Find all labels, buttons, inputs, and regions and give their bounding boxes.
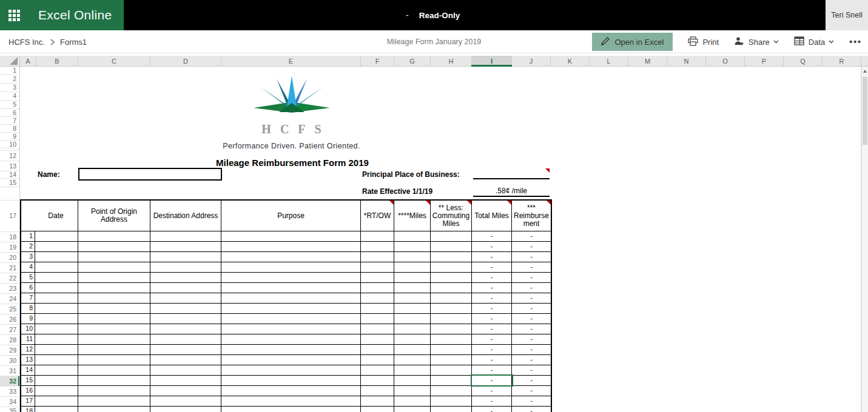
row-number-cell[interactable]: 7 [21, 293, 35, 303]
entry-cell[interactable] [431, 314, 472, 324]
column-header-C[interactable]: C [78, 56, 150, 66]
entry-cell[interactable] [394, 345, 431, 354]
entry-cell[interactable] [361, 304, 394, 313]
row-header-26[interactable]: 26 [0, 314, 19, 325]
reimbursement-cell[interactable]: - [512, 355, 551, 365]
entry-cell[interactable] [431, 273, 472, 282]
total-miles-cell[interactable]: - [472, 283, 512, 293]
column-header-M[interactable]: M [628, 56, 667, 66]
entry-cell[interactable] [431, 262, 472, 272]
entry-cell[interactable] [361, 252, 394, 262]
entry-cell[interactable] [150, 365, 221, 375]
row-header-33[interactable]: 33 [0, 387, 19, 397]
entry-cell[interactable] [78, 334, 150, 344]
row-header-23[interactable]: 23 [0, 284, 19, 294]
column-header-G[interactable]: G [394, 56, 431, 66]
total-miles-cell[interactable]: - [472, 273, 512, 282]
open-in-excel-button[interactable]: Open in Excel [592, 33, 673, 51]
reimbursement-cell[interactable]: - [512, 262, 551, 272]
total-miles-cell[interactable]: - [472, 386, 512, 396]
entry-cell[interactable] [35, 365, 78, 375]
scrollbar-thumb[interactable] [863, 77, 867, 145]
entry-cell[interactable] [394, 231, 431, 241]
total-miles-cell[interactable]: - [472, 314, 512, 324]
print-button[interactable]: Print [688, 36, 719, 48]
entry-cell[interactable] [361, 262, 394, 272]
entry-cell[interactable] [150, 231, 221, 241]
row-number-cell[interactable]: 8 [21, 304, 35, 313]
entry-cell[interactable] [35, 293, 78, 303]
column-header-P[interactable]: P [745, 56, 784, 66]
entry-cell[interactable] [361, 231, 394, 241]
entry-cell[interactable] [78, 386, 150, 396]
entry-cell[interactable] [78, 365, 150, 375]
more-commands-button[interactable]: ••• [849, 37, 862, 47]
reimbursement-cell[interactable]: - [512, 273, 551, 282]
entry-cell[interactable] [35, 252, 78, 262]
entry-cell[interactable] [35, 304, 78, 313]
entry-cell[interactable] [150, 283, 221, 293]
entry-cell[interactable] [361, 386, 394, 396]
row-header-8[interactable]: 8 [0, 125, 19, 133]
entry-cell[interactable] [35, 314, 78, 324]
entry-cell[interactable] [35, 334, 78, 344]
entry-cell[interactable] [431, 407, 472, 412]
column-header-L[interactable]: L [590, 56, 628, 66]
row-header-12[interactable]: 12 [0, 151, 19, 161]
entry-cell[interactable] [361, 355, 394, 365]
entry-cell[interactable] [394, 376, 431, 385]
entry-cell[interactable] [150, 345, 221, 354]
breadcrumb-current[interactable]: Forms1 [60, 38, 87, 47]
share-button[interactable]: Share [734, 36, 779, 48]
reimbursement-cell[interactable]: - [512, 304, 551, 313]
row-header-6[interactable]: 6 [0, 109, 19, 117]
row-header-20[interactable]: 20 [0, 253, 19, 263]
entry-cell[interactable] [150, 324, 221, 334]
entry-cell[interactable] [431, 304, 472, 313]
row-header-32[interactable]: 32 [0, 376, 19, 387]
entry-cell[interactable] [361, 376, 394, 385]
entry-cell[interactable] [78, 314, 150, 324]
entry-cell[interactable] [431, 355, 472, 365]
row-header-13[interactable]: 13 [0, 161, 19, 171]
entry-cell[interactable] [221, 365, 361, 375]
row-header-29[interactable]: 29 [0, 345, 19, 356]
entry-cell[interactable] [361, 396, 394, 406]
table-header-cell[interactable]: Point of Origin Address [78, 201, 150, 231]
total-miles-cell[interactable]: - [472, 262, 512, 272]
row-header-10[interactable]: 10 [0, 141, 19, 148]
entry-cell[interactable] [35, 231, 78, 241]
row-header-5[interactable]: 5 [0, 101, 19, 109]
row-number-cell[interactable]: 18 [21, 407, 35, 412]
row-number-cell[interactable]: 13 [21, 355, 35, 365]
reimbursement-cell[interactable]: - [512, 293, 551, 303]
entry-cell[interactable] [35, 324, 78, 334]
name-input-cell[interactable] [78, 168, 222, 181]
column-header-J[interactable]: J [512, 56, 551, 66]
entry-cell[interactable] [35, 273, 78, 282]
entry-cell[interactable] [221, 345, 361, 354]
row-number-cell[interactable]: 6 [21, 283, 35, 293]
entry-cell[interactable] [221, 304, 361, 313]
entry-cell[interactable] [150, 376, 221, 385]
row-header-28[interactable]: 28 [0, 335, 19, 345]
entry-cell[interactable] [431, 231, 472, 241]
table-header-cell[interactable]: Total Miles [472, 201, 512, 231]
row-header-27[interactable]: 27 [0, 325, 19, 335]
column-header-I[interactable]: I [472, 56, 512, 66]
reimbursement-cell[interactable]: - [512, 242, 551, 251]
reimbursement-cell[interactable]: - [512, 231, 551, 241]
row-number-cell[interactable]: 1 [21, 231, 35, 241]
entry-cell[interactable] [431, 334, 472, 344]
row-number-cell[interactable]: 15 [21, 376, 35, 385]
entry-cell[interactable] [431, 345, 472, 354]
total-miles-cell[interactable]: - [472, 252, 512, 262]
entry-cell[interactable] [394, 324, 431, 334]
entry-cell[interactable] [150, 396, 221, 406]
row-header-9[interactable]: 9 [0, 133, 19, 141]
column-header-B[interactable]: B [36, 56, 78, 66]
row-number-cell[interactable]: 11 [21, 334, 35, 344]
column-header-Q[interactable]: Q [784, 56, 823, 66]
total-miles-cell[interactable]: - [472, 334, 512, 344]
entry-cell[interactable] [78, 273, 150, 282]
